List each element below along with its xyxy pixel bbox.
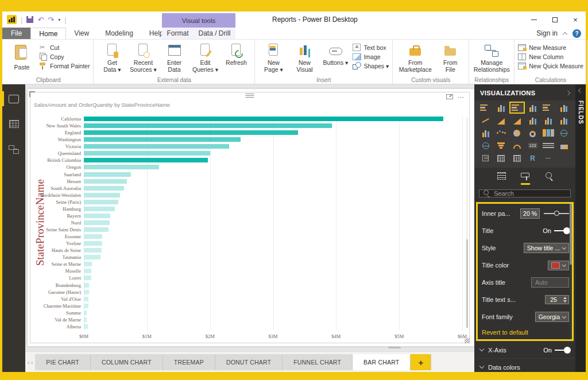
menu-tab-view[interactable]: View xyxy=(66,28,97,39)
page-tab-column-chart[interactable]: COLUMN CHART xyxy=(91,354,163,370)
pane-scrollbar[interactable] xyxy=(570,204,572,339)
font-family-dropdown[interactable]: Georgia xyxy=(535,312,569,322)
funnel-icon[interactable] xyxy=(494,141,508,150)
bar-moselle[interactable] xyxy=(84,269,91,273)
format-painter-button[interactable]: Format Painter xyxy=(39,62,90,69)
page-tab-funnel-chart[interactable]: FUNNEL CHART xyxy=(283,354,353,370)
r-script-visual-icon[interactable]: R xyxy=(526,153,539,163)
page-tab-pie-chart[interactable]: PIE CHART xyxy=(35,354,91,370)
buttons-button[interactable]: Buttons ▾ xyxy=(320,42,350,75)
line-chart-icon[interactable] xyxy=(479,115,492,125)
minimize-button[interactable] xyxy=(524,11,544,28)
next-page-icon[interactable]: › xyxy=(31,359,33,366)
prev-page-icon[interactable]: ‹ xyxy=(28,359,30,366)
cut-button[interactable]: Cut xyxy=(39,44,90,51)
bar-val-d-oise[interactable] xyxy=(84,297,88,301)
revert-to-default-link[interactable]: Revert to default xyxy=(482,325,569,337)
map-icon[interactable] xyxy=(558,128,571,138)
menu-tab-file[interactable]: File xyxy=(2,28,30,39)
menu-tab-format[interactable]: Format xyxy=(167,29,188,37)
scatter-chart-icon[interactable] xyxy=(494,128,508,138)
close-button[interactable]: × xyxy=(565,11,586,28)
bar-queensland[interactable] xyxy=(84,151,210,156)
page-tab-donut-chart[interactable]: DONUT CHART xyxy=(215,354,283,370)
image-button[interactable]: Image xyxy=(353,53,389,60)
100-stacked-column-chart-icon[interactable] xyxy=(558,103,571,113)
ribbon-chart-icon[interactable] xyxy=(558,115,571,125)
page-tab-bar-chart[interactable]: BAR CHART xyxy=(353,354,411,370)
new-page-button[interactable]: New Page ▾ xyxy=(258,42,288,75)
bar-nordrhein-westfalen[interactable] xyxy=(84,193,120,197)
bar-somme[interactable] xyxy=(84,311,87,315)
format-search[interactable]: Search xyxy=(479,189,571,197)
slicer-icon[interactable] xyxy=(479,153,492,163)
format-section-x-axis[interactable]: X-AxisOn xyxy=(474,341,575,358)
get-data-button[interactable]: Get Data ▾ xyxy=(97,42,127,75)
bar-charente-maritime[interactable] xyxy=(84,304,88,308)
format-section-data-colors[interactable]: Data colors xyxy=(474,358,575,375)
menu-tab-home[interactable]: Home xyxy=(30,28,66,39)
bar-essonne[interactable] xyxy=(84,234,102,239)
bar-chart-visual[interactable]: ⋯ SalesAmount and OrderQuantity by State… xyxy=(30,92,470,343)
bar-hamburg[interactable] xyxy=(84,207,115,211)
bar-oregon[interactable] xyxy=(84,165,159,169)
matrix-icon[interactable] xyxy=(510,153,524,163)
edit-queries-button[interactable]: Edit Queries ▾ xyxy=(190,42,220,75)
new-quick-measure-button[interactable]: New Quick Measure xyxy=(518,62,583,69)
axis-title-input[interactable]: Auto xyxy=(531,277,569,288)
bar-bayern[interactable] xyxy=(84,214,110,218)
refresh-button[interactable]: Refresh xyxy=(221,42,251,75)
bar-british-columbia[interactable] xyxy=(84,158,208,162)
sidebar-item-model-view[interactable] xyxy=(2,141,25,158)
stacked-column-chart-icon[interactable] xyxy=(494,103,508,113)
sign-in-link[interactable]: Sign in xyxy=(536,29,558,37)
gauge-icon[interactable] xyxy=(510,141,524,150)
bar-south-australia[interactable] xyxy=(84,186,124,191)
menu-tab-modeling[interactable]: Modeling xyxy=(97,28,141,39)
tab-format[interactable] xyxy=(521,172,530,185)
canvas-hscroll-thumb[interactable] xyxy=(388,347,401,348)
recent-sources-button[interactable]: Recent Sources ▾ xyxy=(128,42,158,75)
collapse-ribbon-icon[interactable] xyxy=(563,32,567,36)
bar-washington[interactable] xyxy=(84,137,241,142)
fields-pane-collapsed[interactable]: FIELDS xyxy=(575,84,586,372)
focus-mode-icon[interactable] xyxy=(446,94,453,99)
bar-seine-paris[interactable] xyxy=(84,200,118,204)
waterfall-chart-icon[interactable] xyxy=(479,128,492,138)
visual-scrollbar[interactable] xyxy=(466,118,468,328)
from-marketplace-button[interactable]: From Marketplace xyxy=(396,42,434,75)
bar-hessen[interactable] xyxy=(84,179,127,184)
enter-data-button[interactable]: Enter Data xyxy=(159,42,189,75)
page-tab-treemap[interactable]: TREEMAP xyxy=(163,354,215,370)
bar-garonne-haute[interactable] xyxy=(84,290,89,294)
bar-california[interactable] xyxy=(84,117,443,121)
more-options-icon[interactable]: ⋯ xyxy=(458,95,465,99)
undo-icon[interactable]: ↶ xyxy=(37,16,44,24)
title-color-picker[interactable] xyxy=(548,261,569,270)
expand-pane-icon[interactable] xyxy=(566,91,570,95)
more-options-icon[interactable]: ⋯ xyxy=(541,153,555,163)
donut-chart-icon[interactable] xyxy=(526,128,539,138)
pie-chart-icon[interactable] xyxy=(510,128,524,138)
filled-map-icon[interactable] xyxy=(479,141,492,150)
from-file-button[interactable]: From File xyxy=(435,42,465,75)
table-icon[interactable] xyxy=(494,153,508,163)
new-column-button[interactable]: New Column xyxy=(518,53,583,60)
bar-loiret[interactable] xyxy=(84,276,91,280)
stacked-area-chart-icon[interactable] xyxy=(510,115,524,125)
bar-seine-saint-denis[interactable] xyxy=(84,227,109,232)
section-toggle[interactable]: On xyxy=(543,347,570,354)
new-visual-button[interactable]: New Visual xyxy=(289,42,319,75)
maximize-button[interactable] xyxy=(544,11,565,28)
visual-drag-handle-icon[interactable] xyxy=(246,94,254,98)
tab-fields[interactable] xyxy=(497,172,506,185)
bar-yveline[interactable] xyxy=(84,241,102,246)
bar-nord[interactable] xyxy=(84,220,110,225)
new-measure-button[interactable]: New Measure xyxy=(518,44,583,51)
copy-button[interactable]: Copy xyxy=(39,53,90,60)
paste-button[interactable]: Paste xyxy=(7,42,37,75)
title-text-size-spinner[interactable]: 25 xyxy=(545,295,569,304)
clustered-bar-chart-icon[interactable] xyxy=(510,103,524,113)
bar-saarland[interactable] xyxy=(84,172,131,177)
save-icon[interactable] xyxy=(26,16,33,23)
